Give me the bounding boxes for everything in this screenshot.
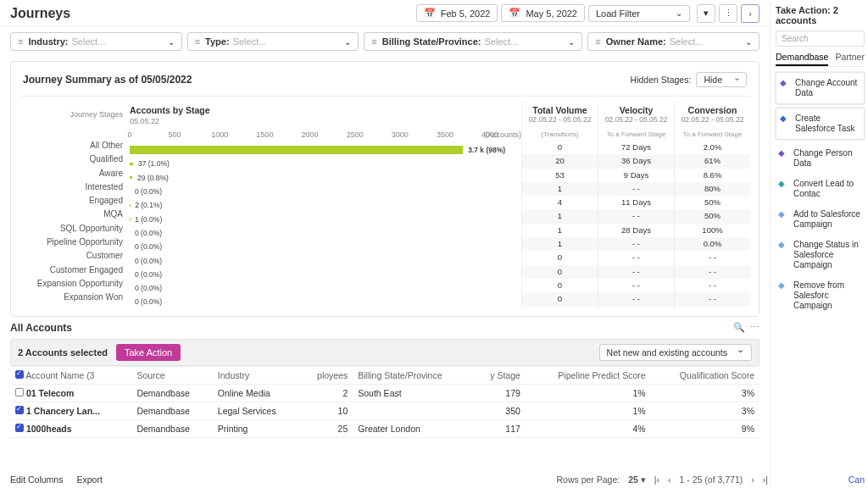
action-item[interactable]: ◆Change Account Data bbox=[776, 72, 865, 104]
bar-value: 0 (0.0%) bbox=[135, 284, 162, 292]
table-row[interactable]: 1 Chancery Lan...DemandbaseLegal Service… bbox=[10, 402, 760, 419]
velocity-cell: 36 Days bbox=[598, 154, 674, 168]
action-label: Change Person Data bbox=[793, 148, 862, 169]
tab-demandbase[interactable]: Demandbase bbox=[776, 52, 828, 66]
bar-row: 3.7 k (98%) bbox=[130, 143, 521, 157]
velocity-cell: 72 Days bbox=[598, 141, 674, 154]
volume-cell: 0 bbox=[522, 292, 598, 306]
action-label: Change Account Data bbox=[795, 78, 860, 98]
filter-industry[interactable]: ≡Industry:Select...⌄ bbox=[10, 32, 182, 51]
action-item[interactable]: ◆Create Salesforce Task bbox=[776, 108, 865, 140]
expand-button[interactable]: › bbox=[741, 4, 760, 23]
action-item[interactable]: ◆Change Person Data bbox=[776, 143, 865, 174]
conversion-cell: 2.0% bbox=[675, 141, 750, 154]
summary-title: Journey Summary as of 05/05/2022 bbox=[23, 74, 192, 86]
velocity-cell: - - bbox=[598, 251, 674, 264]
volume-cell: 0 bbox=[522, 279, 598, 292]
bar-value: 0 (0.0%) bbox=[135, 242, 162, 251]
table-row[interactable]: 01 TelecomDemandbaseOnline Media2South E… bbox=[10, 384, 760, 402]
bar-row: 0 (0.0%) bbox=[130, 295, 521, 308]
row-checkbox[interactable] bbox=[15, 406, 24, 414]
load-filter-dropdown[interactable]: Load Filter⌄ bbox=[588, 5, 690, 22]
select-all-checkbox[interactable] bbox=[15, 370, 24, 379]
velocity-cell: - - bbox=[598, 279, 674, 292]
edit-columns-link[interactable]: Edit Columns bbox=[10, 474, 63, 485]
action-item[interactable]: ◆Convert Lead to Contac bbox=[776, 174, 865, 204]
bar-row: 29 (0.8%) bbox=[130, 171, 521, 185]
volume-cell: 1 bbox=[522, 237, 598, 251]
bar-row: 0 (0.0%) bbox=[130, 268, 521, 281]
take-action-button[interactable]: Take Action bbox=[116, 344, 181, 361]
stage-label: Customer Engaged bbox=[19, 263, 130, 277]
date-to[interactable]: 📅May 5, 2022 bbox=[501, 4, 585, 22]
bar-value: 0 (0.0%) bbox=[135, 270, 162, 279]
cancel-link[interactable]: Can bbox=[849, 474, 865, 485]
menu-icon: ≡ bbox=[371, 36, 376, 47]
action-icon: ◆ bbox=[778, 148, 788, 158]
filter-icon-button[interactable]: ▾ bbox=[697, 4, 715, 23]
filter-type[interactable]: ≡Type:Select...⌄ bbox=[187, 32, 359, 51]
page-prev[interactable]: ‹ bbox=[668, 474, 671, 485]
more-icon-button[interactable]: ⋮ bbox=[719, 4, 737, 23]
page-range: 1 - 25 (of 3,771) bbox=[680, 474, 743, 485]
volume-cell: 0 bbox=[522, 141, 598, 154]
chevron-down-icon: ⌄ bbox=[676, 8, 682, 18]
bar-value: 1 (0.0%) bbox=[135, 215, 162, 224]
volume-column: Total Volume 02.05.22 - 05.05.22 (Transi… bbox=[521, 102, 598, 309]
velocity-column: Velocity 02.05.22 - 05.05.22 To a Forwar… bbox=[598, 102, 674, 309]
action-item[interactable]: ◆Add to Salesforce Campaign bbox=[776, 204, 865, 235]
export-link[interactable]: Export bbox=[76, 474, 102, 485]
action-label: Change Status in Salesforce Campaign bbox=[793, 240, 862, 270]
page-last[interactable]: ›| bbox=[763, 474, 768, 485]
menu-icon: ≡ bbox=[195, 36, 200, 47]
volume-cell: 1 bbox=[522, 182, 598, 196]
funnel-icon: ▾ bbox=[704, 8, 709, 19]
conversion-cell: 100% bbox=[675, 224, 750, 237]
action-icon: ◆ bbox=[780, 78, 790, 88]
hidden-stages-label: Hidden Stages: bbox=[631, 75, 692, 85]
bar-value: 3.7 k (98%) bbox=[468, 146, 505, 154]
axis-tick: 3000 bbox=[392, 130, 409, 139]
action-item[interactable]: ◆Remove from Salesforc Campaign bbox=[776, 275, 865, 316]
search-icon[interactable]: 🔍 bbox=[733, 322, 745, 333]
page-next[interactable]: › bbox=[751, 474, 754, 485]
velocity-cell: - - bbox=[598, 182, 674, 196]
filter-billing[interactable]: ≡Billing State/Province:Select...⌄ bbox=[364, 32, 582, 51]
filter-owner[interactable]: ≡Owner Name:Select...⌄ bbox=[587, 32, 760, 51]
volume-cell: 0 bbox=[522, 265, 598, 279]
conversion-cell: 50% bbox=[675, 209, 750, 223]
page-title: Journeys bbox=[10, 6, 70, 21]
page-first[interactable]: |‹ bbox=[654, 474, 659, 485]
axis-tick: 3500 bbox=[437, 130, 453, 139]
bar-value: 29 (0.8%) bbox=[137, 174, 169, 182]
action-search-input[interactable]: Search bbox=[776, 30, 865, 47]
stage-label: Interested bbox=[19, 180, 130, 194]
bar-row: 2 (0.1%) bbox=[130, 198, 521, 212]
table-row[interactable]: 1000headsDemandbasePrinting25Greater Lon… bbox=[10, 419, 760, 437]
hidden-stages-dropdown[interactable]: Hide bbox=[696, 72, 747, 87]
conversion-cell: 61% bbox=[675, 154, 750, 168]
conversion-cell: - - bbox=[675, 279, 750, 292]
bar-row: 0 (0.0%) bbox=[130, 185, 521, 198]
stage-label: SQL Opportunity bbox=[19, 222, 130, 236]
bar-value: 0 (0.0%) bbox=[135, 297, 162, 306]
action-label: Add to Salesforce Campaign bbox=[793, 209, 862, 230]
conversion-cell: 80% bbox=[675, 182, 750, 196]
tab-partner[interactable]: Partner bbox=[835, 52, 864, 66]
more-icon[interactable]: ⋯ bbox=[750, 322, 760, 333]
date-from[interactable]: 📅Feb 5, 2022 bbox=[416, 4, 498, 22]
bar-row: 37 (1.0%) bbox=[130, 157, 521, 170]
velocity-cell: 11 Days bbox=[598, 196, 674, 209]
accounts-filter-dropdown[interactable]: Net new and existing accounts bbox=[599, 344, 752, 361]
chevron-down-icon: ⌄ bbox=[168, 37, 175, 47]
rows-per-page-select[interactable]: 25 ▾ bbox=[628, 474, 646, 485]
conversion-cell: 50% bbox=[675, 196, 750, 209]
stage-label: Pipeline Opportunity bbox=[19, 236, 130, 249]
velocity-cell: 28 Days bbox=[598, 224, 674, 237]
bar-value: 0 (0.0%) bbox=[135, 187, 162, 196]
row-checkbox[interactable] bbox=[15, 388, 24, 396]
row-checkbox[interactable] bbox=[15, 424, 24, 432]
action-item[interactable]: ◆Change Status in Salesforce Campaign bbox=[776, 235, 865, 275]
volume-cell: 4 bbox=[522, 196, 598, 209]
conversion-cell: 8.6% bbox=[675, 169, 750, 182]
